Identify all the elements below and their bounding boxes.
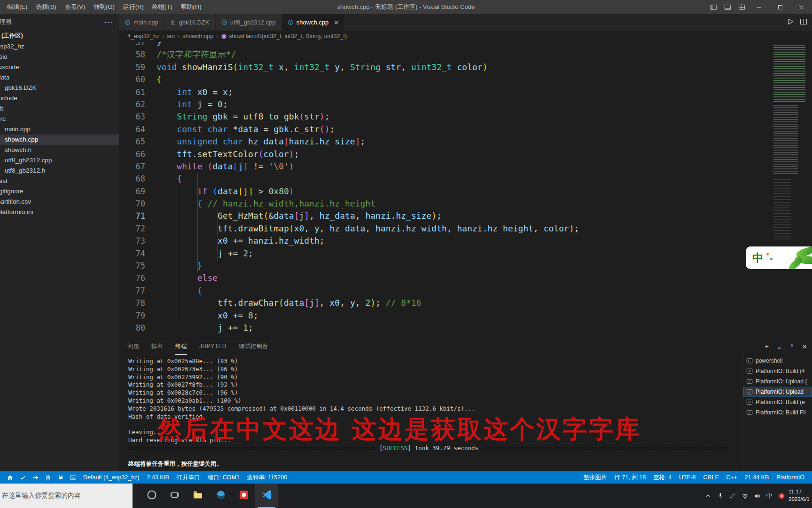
tab-showch.cpp[interactable]: showch.cpp×: [282, 14, 344, 31]
tree-item-showch.cpp[interactable]: showch.cpp: [0, 135, 119, 145]
code-line: {: [156, 285, 769, 297]
status-item[interactable]: 端口: COM1: [204, 474, 243, 482]
tree-item-lib[interactable]: lib: [0, 103, 119, 114]
terminal-list-item-PlatformIO: Build (4[interactable]: PlatformIO: Build (4: [743, 366, 812, 376]
tree-item-src[interactable]: src: [0, 114, 119, 124]
speaker-icon[interactable]: [751, 484, 763, 508]
menu-item[interactable]: 查看(V): [61, 0, 89, 14]
minimize-button[interactable]: [749, 0, 770, 14]
maximize-panel-icon[interactable]: ＾: [789, 342, 795, 351]
panel-tab-终端[interactable]: 终端: [175, 338, 187, 355]
menu-item[interactable]: 帮助(H): [176, 0, 205, 14]
status-item[interactable]: 行 71, 列 18: [610, 474, 649, 482]
check-icon[interactable]: [16, 471, 29, 484]
plug-icon[interactable]: [55, 471, 67, 484]
taskbar-app-vscode[interactable]: [255, 484, 278, 508]
status-item[interactable]: C++: [722, 474, 741, 481]
breadcrumb-item[interactable]: 4_esp32_hz: [127, 33, 159, 40]
tree-item-main.cpp[interactable]: main.cpp: [0, 124, 119, 135]
terminal-list-item-PlatformIO: Build (e[interactable]: PlatformIO: Build (e: [743, 397, 812, 407]
trash-icon[interactable]: [42, 471, 55, 484]
workspace-section-header[interactable]: 无标题 (工作区): [0, 30, 119, 41]
terminal-list-item-PlatformIO: Build Fil[interactable]: PlatformIO: Build Fil: [743, 407, 812, 418]
tree-item-.gitignore[interactable]: .gitignore: [0, 186, 119, 197]
status-item[interactable]: PlatformIO: [773, 474, 808, 481]
breadcrumb-item[interactable]: showch.cpp: [182, 33, 213, 40]
status-item[interactable]: 2.43 KiB: [143, 474, 173, 481]
code-editor[interactable]: 5758596061626364656667686970717273747576…: [119, 42, 812, 338]
toggle-sidebar-icon[interactable]: [706, 0, 720, 14]
tree-item-utf8_gb2312.cpp[interactable]: utf8_gb2312.cpp: [0, 155, 119, 166]
minimap[interactable]: [771, 42, 812, 338]
tree-item-platformio.ini[interactable]: platformio.ini: [0, 207, 119, 217]
menu-item[interactable]: 终端(T): [148, 0, 177, 14]
tree-item-showch.h[interactable]: showch.h: [0, 145, 119, 155]
breadcrumb-item[interactable]: src: [167, 33, 175, 40]
tab-main.cpp[interactable]: main.cpp: [119, 14, 164, 31]
ime-indicator[interactable]: 中: [763, 492, 775, 500]
new-terminal-icon[interactable]: ＋: [764, 342, 770, 351]
taskbar-app-red-app[interactable]: [232, 484, 255, 508]
tree-item-.pio[interactable]: .pio: [0, 52, 119, 62]
panel-tab-输出[interactable]: 输出: [151, 338, 163, 355]
taskbar-app-cortana[interactable]: [140, 484, 163, 508]
menu-item[interactable]: 选择(S): [31, 0, 60, 14]
terminal-icon[interactable]: [67, 471, 79, 484]
tree-item-partition.csv[interactable]: partition.csv: [0, 197, 119, 207]
menu-item[interactable]: 转到(G): [89, 0, 119, 14]
taskbar-app-file-explorer[interactable]: [186, 484, 209, 508]
panel-tab-调试控制台[interactable]: 调试控制台: [239, 338, 268, 355]
home-icon[interactable]: [4, 471, 16, 484]
status-item[interactable]: 波特率: 115200: [243, 474, 291, 482]
tree-item-utf8_gb2312.h[interactable]: utf8_gb2312.h: [0, 166, 119, 176]
maximize-button[interactable]: [770, 0, 791, 14]
status-item[interactable]: CRLF: [700, 474, 723, 481]
code-lines: }/*汉字和字符显示*/void showHanziS(int32_t x, i…: [156, 42, 769, 334]
pen-icon[interactable]: [726, 484, 739, 508]
taskbar-clock[interactable]: 11:17 2022/6/1: [788, 488, 812, 503]
tree-item-test[interactable]: test: [0, 176, 119, 186]
status-item[interactable]: 整张图片: [579, 474, 610, 482]
panel-tab-问题[interactable]: 问题: [127, 338, 139, 355]
tree-item-4_esp32_hz[interactable]: 4_esp32_hz: [0, 41, 119, 52]
customize-layout-icon[interactable]: [734, 0, 749, 14]
tree-item-.vscode[interactable]: .vscode: [0, 62, 119, 72]
toggle-panel-icon[interactable]: [720, 0, 734, 14]
breadcrumb-item[interactable]: showHanziS(int32_t, int32_t, String, uin…: [221, 33, 347, 40]
more-actions-icon[interactable]: ···: [104, 19, 113, 26]
close-button[interactable]: [791, 0, 812, 14]
tree-item-data[interactable]: data: [0, 72, 119, 83]
status-item[interactable]: Default (4_esp32_hz): [79, 474, 143, 481]
tab-utf8_gb2312.cpp[interactable]: utf8_gb2312.cpp: [216, 14, 282, 31]
chevron-down-icon[interactable]: ⌄: [777, 343, 782, 350]
window-title: showch.cpp - 无标题 (工作区) - Visual Studio C…: [337, 3, 475, 11]
chevron-up-icon[interactable]: [702, 484, 714, 508]
taskbar-app-task-view[interactable]: [163, 484, 186, 508]
recorder-icon[interactable]: [775, 484, 788, 508]
menu-item[interactable]: 运行(R): [119, 0, 148, 14]
tab-gbk16.DZK[interactable]: gbk16.DZK: [164, 14, 216, 31]
menu-item[interactable]: 编辑(E): [3, 0, 31, 14]
terminal-list-item-powershell[interactable]: powershell: [743, 356, 812, 366]
status-item[interactable]: 打开串口: [173, 474, 204, 482]
terminal-list-item-PlatformIO: Upload ([interactable]: PlatformIO: Upload (: [743, 376, 812, 387]
panel-tab-JUPYTER[interactable]: JUPYTER: [199, 338, 226, 355]
terminal-list-item-PlatformIO: Upload[interactable]: PlatformIO: Upload: [743, 387, 812, 397]
code-line: unsigned char hz_data[hanzi.hz_size];: [156, 135, 769, 148]
close-icon[interactable]: ×: [334, 19, 338, 26]
code-line: int x0 = x;: [156, 86, 769, 98]
microphone-icon[interactable]: [714, 484, 726, 508]
taskbar-search-input[interactable]: 在这里输入你要搜索的内容: [0, 484, 133, 508]
arrow-right-icon[interactable]: [29, 471, 42, 484]
run-file-icon[interactable]: [787, 18, 794, 27]
status-item[interactable]: 21.44 KB: [741, 474, 773, 481]
taskbar-app-browser[interactable]: [209, 484, 232, 508]
tree-item-gbk16.DZK[interactable]: gbk16.DZK: [0, 83, 119, 93]
task-icon: [746, 399, 753, 405]
status-item[interactable]: 空格: 4: [649, 474, 675, 482]
wifi-icon[interactable]: [739, 484, 751, 508]
split-editor-icon[interactable]: [800, 18, 807, 27]
tree-item-include[interactable]: include: [0, 93, 119, 103]
status-item[interactable]: UTF-8: [675, 474, 699, 481]
close-panel-icon[interactable]: ✕: [802, 343, 807, 350]
